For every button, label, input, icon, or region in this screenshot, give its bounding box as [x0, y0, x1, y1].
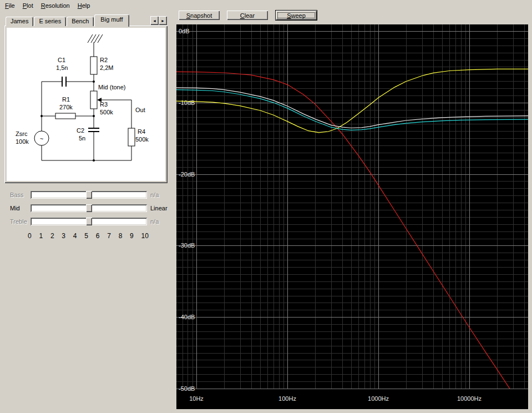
circuit-diagram: C1 1,5n R2 2,2M Mid (tone) R3 500k R1 27…: [7, 28, 164, 180]
scale-number: 7: [107, 232, 111, 240]
y-axis-tick-label: -30dB: [179, 242, 195, 249]
label-r3-value: 500k: [100, 109, 113, 115]
tab-james[interactable]: James: [6, 17, 33, 26]
y-axis-tick-label: -50dB: [179, 385, 195, 392]
scale-number: 2: [50, 232, 54, 240]
label-r1-name: R1: [62, 96, 70, 103]
label-c2-name: C2: [77, 127, 84, 134]
mid-slider-thumb[interactable]: [86, 204, 92, 212]
bass-label: Bass: [10, 192, 23, 198]
menu-file-label: File: [5, 2, 15, 9]
snapshot-button-label: Snapshot: [186, 12, 212, 19]
menu-help-label: Help: [78, 2, 90, 9]
scale-number: 3: [62, 232, 65, 240]
y-axis-tick-label: -20dB: [179, 171, 195, 178]
label-c1-value: 1,5n: [56, 64, 68, 71]
y-axis-tick-label: -40dB: [179, 314, 195, 320]
menu-help[interactable]: Help: [74, 1, 94, 11]
circuit-components: [34, 57, 135, 146]
frequency-response-plot: 0dB-10dB-20dB-30dB-40dB-50dB10Hz100Hz100…: [176, 24, 528, 409]
label-r4-name: R4: [138, 128, 145, 135]
scale-number: 9: [130, 232, 134, 240]
circuit-wires: [42, 34, 131, 160]
tab-strip: James E series Bench Big muff: [6, 16, 130, 26]
menu-resolution[interactable]: Resolution: [37, 1, 74, 11]
clear-button-label: Clear: [240, 12, 255, 19]
arrow-right-icon: ►: [161, 19, 165, 23]
treble-label: Treble: [10, 218, 27, 225]
menu-file[interactable]: File: [1, 1, 19, 11]
mid-slider-track[interactable]: [31, 204, 147, 212]
tab-big-muff[interactable]: Big muff: [94, 14, 129, 27]
tab-james-label: James: [11, 18, 28, 24]
tab-scroll-buttons: ◄ ►: [150, 16, 167, 25]
label-r2-name: R2: [100, 57, 108, 63]
resistor-r4: [128, 128, 135, 146]
scale-number: 10: [141, 232, 149, 240]
label-r2-value: 2,2M: [100, 64, 113, 71]
mid-slider-row: Mid Linear: [0, 204, 173, 213]
sweep-button[interactable]: Sweep: [276, 11, 317, 20]
treble-taper-label: n/a: [150, 218, 159, 225]
tab-e-series[interactable]: E series: [34, 17, 66, 26]
tab-bench[interactable]: Bench: [67, 17, 94, 26]
curve-sweep-yellow: [176, 69, 528, 133]
treble-slider-thumb: [86, 218, 92, 225]
mid-taper-label: Linear: [150, 205, 168, 211]
source-sine-symbol: ~: [40, 135, 43, 142]
menu-plot-label: Plot: [23, 2, 33, 9]
x-axis-tick-label: 10Hz: [189, 395, 204, 402]
curve-sweep-white: [176, 88, 528, 128]
bass-slider-thumb: [86, 191, 92, 199]
tone-stack-calculator-window: File Plot Resolution Help James E series…: [0, 0, 532, 413]
resistor-r2: [90, 57, 97, 74]
junction-dots: [40, 80, 95, 162]
scale-number: 8: [119, 232, 123, 240]
plot-canvas: 0dB-10dB-20dB-30dB-40dB-50dB10Hz100Hz100…: [176, 24, 528, 409]
y-axis-tick-label: 0dB: [179, 28, 190, 34]
scale-number: 4: [73, 232, 77, 240]
scale-number: 5: [84, 232, 88, 240]
scale-number: 1: [39, 232, 43, 240]
bass-slider-row: Bass n/a: [0, 191, 173, 199]
scale-number: 0: [28, 232, 32, 240]
slider-scale: 012345678910: [28, 232, 149, 240]
potentiometer-r3: [90, 91, 97, 109]
x-axis-tick-label: 1000Hz: [368, 395, 389, 402]
menu-resolution-label: Resolution: [41, 2, 70, 9]
label-zsrc-name: Zsrc: [16, 130, 28, 137]
x-axis-tick-label: 100Hz: [278, 395, 296, 402]
treble-slider-row: Treble n/a: [0, 218, 173, 226]
curve-sweep-red: [176, 72, 528, 409]
treble-slider-track: [31, 218, 147, 225]
snapshot-button[interactable]: Snapshot: [179, 11, 220, 20]
label-pot: Mid (tone): [98, 84, 126, 90]
tab-big-muff-label: Big muff: [100, 16, 123, 23]
tab-e-series-label: E series: [39, 18, 61, 24]
bass-taper-label: n/a: [150, 192, 159, 198]
tab-bench-label: Bench: [72, 18, 89, 24]
menu-bar: File Plot Resolution Help: [0, 0, 532, 11]
tab-scroll-right-button[interactable]: ►: [159, 16, 167, 25]
clear-button[interactable]: Clear: [227, 11, 268, 20]
mid-label: Mid: [10, 205, 20, 211]
arrow-left-icon: ◄: [153, 19, 156, 23]
x-axis-tick-label: 10000Hz: [457, 395, 482, 402]
y-axis-tick-label: -10dB: [179, 99, 195, 106]
menu-plot[interactable]: Plot: [19, 1, 37, 11]
scale-number: 6: [96, 232, 100, 240]
sweep-button-label: Sweep: [287, 12, 306, 19]
label-zsrc-value: 100k: [16, 138, 29, 145]
label-r4-value: 500k: [135, 136, 149, 143]
label-c1-name: C1: [58, 57, 65, 63]
label-c2-value: 5n: [79, 135, 85, 142]
circuit-panel: C1 1,5n R2 2,2M Mid (tone) R3 500k R1 27…: [4, 26, 168, 183]
resistor-r1: [55, 113, 75, 119]
label-r3-name: R3: [100, 101, 108, 108]
label-out: Out: [135, 107, 145, 113]
bass-slider-track: [31, 191, 147, 199]
label-r1-value: 270k: [59, 104, 73, 110]
tab-scroll-left-button[interactable]: ◄: [150, 16, 159, 25]
circuit-schematic: C1 1,5n R2 2,2M Mid (tone) R3 500k R1 27…: [7, 28, 165, 181]
plot-grid: [176, 24, 528, 389]
